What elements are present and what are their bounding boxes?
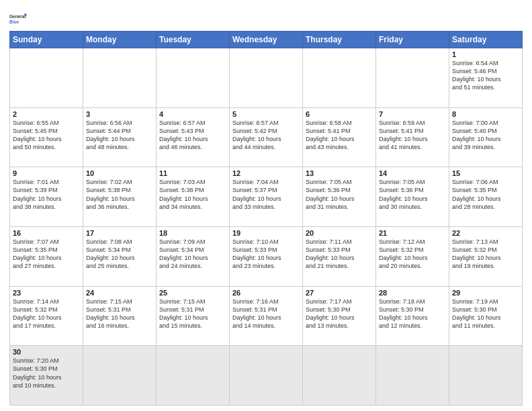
day-info: Sunrise: 6:59 AM Sunset: 5:41 PM Dayligh…	[379, 119, 446, 152]
day-number: 2	[13, 110, 80, 118]
day-info: Sunrise: 7:04 AM Sunset: 5:37 PM Dayligh…	[232, 178, 300, 211]
day-info: Sunrise: 7:10 AM Sunset: 5:33 PM Dayligh…	[232, 238, 300, 271]
calendar-week-row: 23Sunrise: 7:14 AM Sunset: 5:32 PM Dayli…	[10, 286, 523, 346]
calendar-day-cell: 10Sunrise: 7:02 AM Sunset: 5:38 PM Dayli…	[83, 167, 157, 227]
day-info: Sunrise: 6:56 AM Sunset: 5:44 PM Dayligh…	[86, 119, 153, 152]
weekday-header-sunday: Sunday	[10, 32, 83, 48]
day-number: 21	[379, 229, 446, 237]
calendar-day-cell: 4Sunrise: 6:57 AM Sunset: 5:43 PM Daylig…	[157, 107, 230, 167]
calendar-day-cell: 7Sunrise: 6:59 AM Sunset: 5:41 PM Daylig…	[376, 107, 449, 167]
calendar-day-cell: 13Sunrise: 7:05 AM Sunset: 5:36 PM Dayli…	[303, 167, 376, 227]
day-number: 17	[86, 229, 153, 237]
day-info: Sunrise: 7:15 AM Sunset: 5:31 PM Dayligh…	[86, 298, 153, 330]
calendar-day-cell: 17Sunrise: 7:08 AM Sunset: 5:34 PM Dayli…	[83, 226, 157, 286]
calendar-day-cell	[303, 48, 376, 108]
calendar-day-cell	[10, 48, 83, 108]
day-info: Sunrise: 7:15 AM Sunset: 5:31 PM Dayligh…	[159, 298, 226, 330]
logo-icon: GeneralBlue	[9, 9, 28, 28]
day-info: Sunrise: 6:54 AM Sunset: 5:46 PM Dayligh…	[452, 59, 519, 92]
calendar-day-cell: 3Sunrise: 6:56 AM Sunset: 5:44 PM Daylig…	[83, 107, 157, 167]
day-info: Sunrise: 7:19 AM Sunset: 5:30 PM Dayligh…	[452, 298, 519, 330]
calendar-day-cell: 18Sunrise: 7:09 AM Sunset: 5:34 PM Dayli…	[157, 226, 230, 286]
day-number: 1	[452, 50, 519, 58]
calendar-day-cell: 8Sunrise: 7:00 AM Sunset: 5:40 PM Daylig…	[449, 107, 523, 167]
calendar-day-cell: 26Sunrise: 7:16 AM Sunset: 5:31 PM Dayli…	[230, 286, 303, 346]
day-number: 3	[86, 110, 153, 118]
page-header: GeneralBlue	[9, 7, 523, 28]
calendar-day-cell: 11Sunrise: 7:03 AM Sunset: 5:38 PM Dayli…	[157, 167, 230, 227]
calendar-day-cell: 19Sunrise: 7:10 AM Sunset: 5:33 PM Dayli…	[230, 226, 303, 286]
calendar-table: SundayMondayTuesdayWednesdayThursdayFrid…	[9, 31, 523, 406]
calendar-week-row: 16Sunrise: 7:07 AM Sunset: 5:35 PM Dayli…	[10, 226, 523, 286]
calendar-day-cell: 1Sunrise: 6:54 AM Sunset: 5:46 PM Daylig…	[449, 48, 523, 108]
calendar-day-cell: 14Sunrise: 7:05 AM Sunset: 5:36 PM Dayli…	[376, 167, 449, 227]
day-number: 23	[13, 289, 80, 297]
day-number: 9	[13, 169, 80, 177]
calendar-day-cell: 30Sunrise: 7:20 AM Sunset: 5:30 PM Dayli…	[10, 346, 83, 406]
day-number: 27	[306, 289, 373, 297]
calendar-day-cell	[230, 48, 303, 108]
day-number: 14	[379, 169, 446, 177]
day-info: Sunrise: 7:14 AM Sunset: 5:32 PM Dayligh…	[13, 298, 80, 330]
calendar-week-row: 1Sunrise: 6:54 AM Sunset: 5:46 PM Daylig…	[10, 48, 523, 108]
calendar-day-cell: 23Sunrise: 7:14 AM Sunset: 5:32 PM Dayli…	[10, 286, 83, 346]
calendar-day-cell: 15Sunrise: 7:06 AM Sunset: 5:35 PM Dayli…	[449, 167, 523, 227]
calendar-day-cell	[83, 48, 157, 108]
day-number: 26	[232, 289, 300, 297]
calendar-day-cell	[449, 346, 523, 406]
weekday-header-thursday: Thursday	[303, 32, 376, 48]
calendar-day-cell: 12Sunrise: 7:04 AM Sunset: 5:37 PM Dayli…	[230, 167, 303, 227]
day-info: Sunrise: 6:57 AM Sunset: 5:43 PM Dayligh…	[159, 119, 226, 152]
day-info: Sunrise: 7:08 AM Sunset: 5:34 PM Dayligh…	[86, 238, 153, 271]
day-info: Sunrise: 7:16 AM Sunset: 5:31 PM Dayligh…	[232, 298, 300, 330]
calendar-day-cell: 22Sunrise: 7:13 AM Sunset: 5:32 PM Dayli…	[449, 226, 523, 286]
calendar-day-cell: 24Sunrise: 7:15 AM Sunset: 5:31 PM Dayli…	[83, 286, 157, 346]
svg-text:Blue: Blue	[9, 19, 19, 24]
day-info: Sunrise: 7:18 AM Sunset: 5:30 PM Dayligh…	[379, 298, 446, 330]
calendar-day-cell: 6Sunrise: 6:58 AM Sunset: 5:41 PM Daylig…	[303, 107, 376, 167]
calendar-day-cell: 25Sunrise: 7:15 AM Sunset: 5:31 PM Dayli…	[157, 286, 230, 346]
calendar-day-cell: 20Sunrise: 7:11 AM Sunset: 5:33 PM Dayli…	[303, 226, 376, 286]
day-info: Sunrise: 7:05 AM Sunset: 5:36 PM Dayligh…	[306, 178, 373, 211]
calendar-day-cell	[303, 346, 376, 406]
day-number: 22	[452, 229, 519, 237]
day-number: 19	[232, 229, 300, 237]
calendar-day-cell: 5Sunrise: 6:57 AM Sunset: 5:42 PM Daylig…	[230, 107, 303, 167]
day-number: 24	[86, 289, 153, 297]
calendar-day-cell: 28Sunrise: 7:18 AM Sunset: 5:30 PM Dayli…	[376, 286, 449, 346]
day-number: 13	[306, 169, 373, 177]
logo: GeneralBlue	[9, 9, 28, 28]
calendar-day-cell	[157, 48, 230, 108]
calendar-week-row: 9Sunrise: 7:01 AM Sunset: 5:39 PM Daylig…	[10, 167, 523, 227]
day-info: Sunrise: 7:00 AM Sunset: 5:40 PM Dayligh…	[452, 119, 519, 152]
weekday-header-friday: Friday	[376, 32, 449, 48]
day-number: 18	[159, 229, 226, 237]
day-number: 25	[159, 289, 226, 297]
day-number: 15	[452, 169, 519, 177]
day-info: Sunrise: 7:01 AM Sunset: 5:39 PM Dayligh…	[13, 178, 80, 211]
svg-text:General: General	[9, 14, 26, 19]
day-number: 7	[379, 110, 446, 118]
day-number: 29	[452, 289, 519, 297]
calendar-week-row: 30Sunrise: 7:20 AM Sunset: 5:30 PM Dayli…	[10, 346, 523, 406]
day-number: 28	[379, 289, 446, 297]
day-info: Sunrise: 6:58 AM Sunset: 5:41 PM Dayligh…	[306, 119, 373, 152]
calendar-day-cell: 29Sunrise: 7:19 AM Sunset: 5:30 PM Dayli…	[449, 286, 523, 346]
weekday-header-saturday: Saturday	[449, 32, 523, 48]
weekday-header-wednesday: Wednesday	[230, 32, 303, 48]
calendar-day-cell: 21Sunrise: 7:12 AM Sunset: 5:32 PM Dayli…	[376, 226, 449, 286]
day-info: Sunrise: 6:55 AM Sunset: 5:45 PM Dayligh…	[13, 119, 80, 152]
day-number: 8	[452, 110, 519, 118]
day-number: 16	[13, 229, 80, 237]
calendar-header-row: SundayMondayTuesdayWednesdayThursdayFrid…	[10, 32, 523, 48]
calendar-day-cell	[376, 346, 449, 406]
day-number: 5	[232, 110, 300, 118]
day-info: Sunrise: 7:02 AM Sunset: 5:38 PM Dayligh…	[86, 178, 153, 211]
day-info: Sunrise: 7:17 AM Sunset: 5:30 PM Dayligh…	[306, 298, 373, 330]
day-info: Sunrise: 6:57 AM Sunset: 5:42 PM Dayligh…	[232, 119, 300, 152]
day-info: Sunrise: 7:20 AM Sunset: 5:30 PM Dayligh…	[13, 357, 80, 390]
day-info: Sunrise: 7:13 AM Sunset: 5:32 PM Dayligh…	[452, 238, 519, 271]
day-number: 12	[232, 169, 300, 177]
day-info: Sunrise: 7:06 AM Sunset: 5:35 PM Dayligh…	[452, 178, 519, 211]
weekday-header-monday: Monday	[83, 32, 157, 48]
